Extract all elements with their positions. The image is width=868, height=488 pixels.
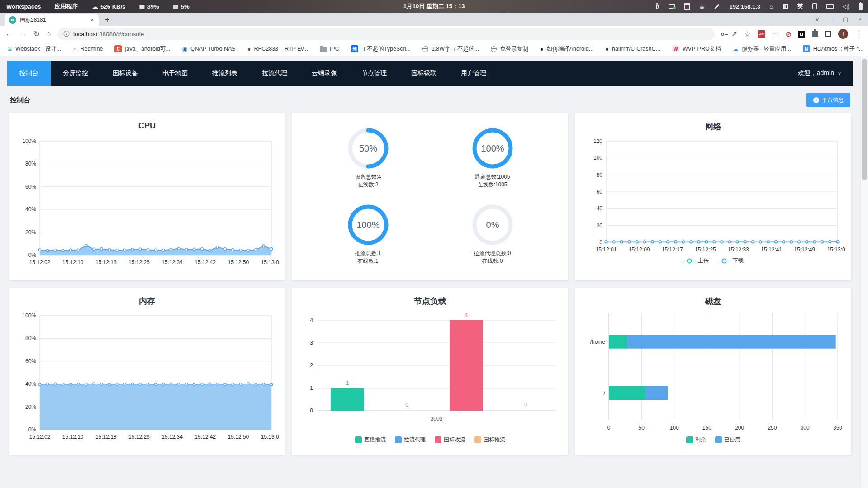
windows-tray-icon[interactable] [783, 4, 788, 9]
legend-item[interactable]: 国标推流 [474, 436, 505, 444]
bing-tray-icon[interactable]: b [656, 2, 659, 10]
volume-icon[interactable]: ◁) [843, 3, 849, 9]
svg-text:40: 40 [597, 205, 603, 212]
bookmark-star-icon[interactable]: ☆ [744, 29, 751, 39]
platform-info-button[interactable]: i 平台信息 [806, 93, 850, 107]
bookmark-item[interactable]: ●如何编译Android... [540, 45, 593, 53]
password-manager-icon[interactable] [721, 33, 724, 36]
window-restore-button[interactable]: ▢ [843, 16, 848, 23]
reload-button[interactable]: ↻ [33, 29, 40, 39]
screenshot-tray-icon[interactable] [669, 4, 675, 9]
bookmark-item[interactable]: 免登录复制 [491, 45, 528, 53]
bookmark-label: java、android可... [125, 45, 170, 53]
nav-item-云端录像[interactable]: 云端录像 [299, 61, 349, 86]
nav-item-节点管理[interactable]: 节点管理 [349, 61, 399, 86]
svg-text:80%: 80% [25, 161, 36, 167]
bookmark-item[interactable]: NHDAtmos :: 种子 *... [803, 45, 863, 53]
bookmark-label: IPC [330, 46, 339, 52]
share-icon[interactable]: ↗ [731, 29, 737, 39]
nav-item-国标级联[interactable]: 国标级联 [399, 61, 449, 86]
bookmark-item[interactable]: ☁服务器 - 轻量应用... [733, 45, 791, 53]
window-minimize-button[interactable]: − [830, 16, 833, 23]
bookmark-item[interactable]: Cjava、android可... [114, 45, 170, 53]
extension-doc-icon[interactable]: ▤ [772, 30, 778, 38]
svg-text:0: 0 [310, 407, 313, 414]
legend-item[interactable]: 下载 [718, 257, 744, 265]
svg-text:0: 0 [607, 425, 611, 431]
svg-text:0: 0 [599, 239, 602, 246]
bookmark-item[interactable]: WWVP-PRO文档 [672, 45, 721, 53]
bookmark-item[interactable]: 知了不起的TypeScri... [351, 45, 411, 53]
extension-blocker-icon[interactable]: ⊘ [786, 30, 792, 38]
nav-item-控制台[interactable]: 控制台 [7, 61, 51, 86]
legend-item[interactable]: 直播推流 [355, 436, 386, 444]
dashboard-grid: CPU 0%20%40%60%80%100%15:12:0215:12:1015… [0, 113, 860, 455]
bookmark-item[interactable]: ≋Webstack - 设计... [7, 45, 61, 53]
extension-js-icon[interactable]: JS [758, 30, 765, 38]
extension-frame-icon[interactable] [825, 31, 831, 37]
bookmark-label: Webstack - 设计... [15, 45, 61, 53]
chevron-down-icon: ∨ [838, 71, 841, 76]
page-scrollbar[interactable] [860, 56, 868, 488]
bookmark-item[interactable]: IPC [320, 46, 339, 52]
nav-item-国标设备[interactable]: 国标设备 [100, 61, 150, 86]
svg-text:15:12:42: 15:12:42 [194, 259, 216, 265]
bookmark-favicon: W [672, 45, 679, 52]
legend-item[interactable]: 上传 [683, 257, 709, 265]
globe-icon [422, 46, 428, 52]
clipboard-tray-icon[interactable] [684, 4, 690, 9]
back-button[interactable]: ← [5, 29, 13, 38]
nav-item-推流列表[interactable]: 推流列表 [200, 61, 250, 86]
svg-text:15:12:26: 15:12:26 [128, 434, 150, 440]
cpu-chart-title: CPU [9, 113, 285, 134]
svg-text:15:12:10: 15:12:10 [62, 259, 84, 265]
scrollbar-thumb[interactable] [862, 59, 867, 180]
bookmark-item[interactable]: ●hairrrrr/C-CrashC... [605, 46, 660, 52]
memory-chart-title: 内存 [9, 288, 285, 308]
cpu-panel: CPU 0%20%40%60%80%100%15:12:0215:12:1015… [9, 113, 285, 280]
legend-item[interactable]: 剩余 [686, 436, 706, 444]
tool-tray-icon[interactable] [714, 4, 720, 9]
svg-text:15:12:41: 15:12:41 [761, 246, 782, 253]
bookmark-item[interactable]: 1.8W字|了不起的... [422, 45, 479, 53]
bookmark-item[interactable]: ∩Redmine [73, 46, 103, 52]
browser-tab[interactable]: W 国标28181 × [5, 14, 99, 26]
tab-search-chevron-icon[interactable]: ∨ [815, 16, 820, 23]
legend-item[interactable]: 已使用 [715, 436, 740, 444]
bookmark-item[interactable]: ◉QNAP Turbo NAS [182, 46, 236, 52]
svg-text:4: 4 [465, 312, 468, 318]
home-button[interactable]: ⌂ [46, 29, 51, 38]
extensions-puzzle-icon[interactable] [812, 31, 818, 37]
nav-item-用户管理[interactable]: 用户管理 [449, 61, 498, 86]
workspaces-button[interactable]: Workspaces [6, 3, 41, 10]
legend-item[interactable]: 拉流代理 [395, 436, 426, 444]
profile-avatar[interactable]: I [838, 29, 848, 39]
coffee-tray-icon[interactable]: ☕ [699, 3, 705, 9]
window-close-button[interactable]: × [858, 16, 862, 23]
input-method-indicator[interactable]: 英 [797, 2, 803, 10]
tab-title: 国标28181 [20, 16, 87, 24]
browser-menu-icon[interactable]: ⋮ [855, 29, 863, 39]
nav-item-拉流代理[interactable]: 拉流代理 [250, 61, 299, 86]
url-field[interactable]: ⓘ localhost:38080/#/console [57, 28, 715, 40]
disk-panel: 磁盘 050100150200250300350/home/ 剩余已使用 [575, 288, 851, 455]
svg-text:20%: 20% [25, 404, 36, 410]
applications-button[interactable]: 应用程序 [54, 2, 78, 10]
home-tray-icon[interactable]: ⌂ [769, 3, 773, 9]
nav-item-分屏监控[interactable]: 分屏监控 [51, 61, 100, 86]
clock[interactable]: 1月10日 星期二 15：13 [403, 2, 465, 10]
extension-dark-icon[interactable] [798, 31, 805, 38]
svg-text:15:12:25: 15:12:25 [695, 246, 716, 253]
bookmark-item[interactable]: ●RFC2833 – RTP Ev... [247, 46, 308, 52]
rotate-icon[interactable] [812, 3, 817, 9]
display-icon[interactable] [826, 4, 834, 9]
forward-button[interactable]: → [19, 29, 27, 38]
site-info-icon[interactable]: ⓘ [64, 30, 70, 38]
svg-text:15:12:18: 15:12:18 [95, 259, 117, 265]
new-tab-button[interactable]: + [105, 15, 109, 26]
tab-close-icon[interactable]: × [90, 16, 94, 24]
svg-text:60: 60 [597, 189, 603, 195]
user-menu[interactable]: 欢迎，admin ∨ [798, 69, 853, 77]
legend-item[interactable]: 国标收流 [435, 436, 465, 444]
nav-item-电子地图[interactable]: 电子地图 [150, 61, 200, 86]
